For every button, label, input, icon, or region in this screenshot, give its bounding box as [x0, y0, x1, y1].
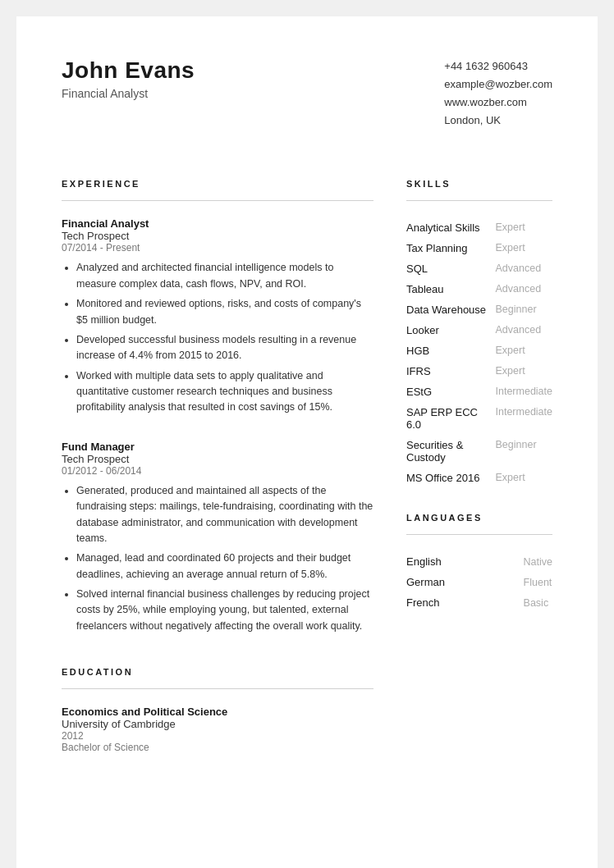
language-level-2: Basic [524, 592, 552, 613]
skill-level-5: Advanced [496, 320, 552, 340]
language-name-1: German [406, 572, 524, 592]
languages-section-title: LANGUAGES [406, 513, 552, 523]
experience-section: EXPERIENCE Financial Analyst Tech Prospe… [62, 179, 373, 634]
skill-name-2: SQL [406, 258, 496, 279]
bullet-1-4: Worked with multiple data sets to apply … [76, 368, 373, 416]
candidate-name: John Evans [62, 57, 195, 84]
skills-divider [406, 200, 552, 201]
bullet-1-1: Analyzed and architected financial intel… [76, 260, 373, 292]
header-contact: +44 1632 960643 example@wozber.com www.w… [444, 57, 552, 130]
skill-row-6: HGB Expert [406, 340, 552, 361]
languages-section: LANGUAGES English Native German Fluent F… [406, 513, 552, 613]
skills-table: Analytical Skills Expert Tax Planning Ex… [406, 217, 552, 488]
dates-2: 01/2012 - 06/2014 [62, 465, 373, 477]
skill-name-11: MS Office 2016 [406, 468, 496, 488]
language-level-0: Native [524, 551, 552, 572]
skill-level-4: Beginner [496, 299, 552, 320]
candidate-title: Financial Analyst [62, 87, 195, 100]
skill-level-2: Advanced [496, 258, 552, 279]
job-title-1: Financial Analyst [62, 217, 373, 230]
skill-name-8: EStG [406, 381, 496, 402]
skills-section: SKILLS Analytical Skills Expert Tax Plan… [406, 179, 552, 488]
skill-row-4: Data Warehouse Beginner [406, 299, 552, 320]
skill-row-0: Analytical Skills Expert [406, 217, 552, 238]
experience-item-2: Fund Manager Tech Prospect 01/2012 - 06/… [62, 441, 373, 634]
edu-type: Bachelor of Science [62, 742, 373, 753]
skill-name-1: Tax Planning [406, 238, 496, 258]
bullet-2-2: Managed, lead and coordinated 60 project… [76, 550, 373, 582]
right-column: SKILLS Analytical Skills Expert Tax Plan… [406, 179, 552, 753]
skill-level-9: Intermediate [496, 402, 552, 435]
skill-level-7: Expert [496, 361, 552, 381]
bullets-2: Generated, produced and maintained all a… [62, 483, 373, 634]
bullet-2-1: Generated, produced and maintained all a… [76, 483, 373, 547]
skill-level-10: Beginner [496, 435, 552, 468]
edu-university: University of Cambridge [62, 718, 373, 730]
education-section: EDUCATION Economics and Political Scienc… [62, 667, 373, 753]
skill-name-5: Looker [406, 320, 496, 340]
skill-level-1: Expert [496, 238, 552, 258]
skills-section-title: SKILLS [406, 179, 552, 189]
skill-name-4: Data Warehouse [406, 299, 496, 320]
skill-name-3: Tableau [406, 279, 496, 299]
skill-level-3: Advanced [496, 279, 552, 299]
contact-website: www.wozber.com [444, 94, 552, 112]
language-row-1: German Fluent [406, 572, 552, 592]
education-item-1: Economics and Political Science Universi… [62, 706, 373, 753]
skill-level-0: Expert [496, 217, 552, 238]
skill-name-7: IFRS [406, 361, 496, 381]
language-level-1: Fluent [524, 572, 552, 592]
bullets-1: Analyzed and architected financial intel… [62, 260, 373, 415]
skill-row-5: Looker Advanced [406, 320, 552, 340]
skill-row-9: SAP ERP ECC 6.0 Intermediate [406, 402, 552, 435]
skill-name-0: Analytical Skills [406, 217, 496, 238]
skill-name-6: HGB [406, 340, 496, 361]
main-content: EXPERIENCE Financial Analyst Tech Prospe… [62, 179, 552, 753]
languages-divider [406, 534, 552, 535]
skill-level-8: Intermediate [496, 381, 552, 402]
header: John Evans Financial Analyst +44 1632 96… [62, 57, 552, 130]
experience-divider [62, 200, 373, 201]
language-name-2: French [406, 592, 524, 613]
contact-email: example@wozber.com [444, 75, 552, 94]
bullet-1-2: Monitored and reviewed options, risks, a… [76, 296, 373, 328]
experience-section-title: EXPERIENCE [62, 179, 373, 189]
experience-item-1: Financial Analyst Tech Prospect 07/2014 … [62, 217, 373, 415]
company-1: Tech Prospect [62, 230, 373, 242]
contact-phone: +44 1632 960643 [444, 57, 552, 75]
skill-row-10: Securities & Custody Beginner [406, 435, 552, 468]
dates-1: 07/2014 - Present [62, 242, 373, 254]
skill-row-8: EStG Intermediate [406, 381, 552, 402]
contact-location: London, UK [444, 112, 552, 130]
bullet-2-3: Solved internal financial business chall… [76, 587, 373, 634]
edu-year: 2012 [62, 730, 373, 742]
edu-degree: Economics and Political Science [62, 706, 373, 718]
language-name-0: English [406, 551, 524, 572]
language-row-0: English Native [406, 551, 552, 572]
education-section-title: EDUCATION [62, 667, 373, 677]
skill-row-7: IFRS Expert [406, 361, 552, 381]
header-left: John Evans Financial Analyst [62, 57, 195, 100]
skill-row-1: Tax Planning Expert [406, 238, 552, 258]
skill-name-10: Securities & Custody [406, 435, 496, 468]
company-2: Tech Prospect [62, 453, 373, 465]
skill-level-6: Expert [496, 340, 552, 361]
skill-row-3: Tableau Advanced [406, 279, 552, 299]
education-divider [62, 688, 373, 689]
resume-page: John Evans Financial Analyst +44 1632 96… [16, 16, 598, 868]
skill-row-2: SQL Advanced [406, 258, 552, 279]
skill-row-11: MS Office 2016 Expert [406, 468, 552, 488]
skill-level-11: Expert [496, 468, 552, 488]
job-title-2: Fund Manager [62, 441, 373, 453]
language-row-2: French Basic [406, 592, 552, 613]
left-column: EXPERIENCE Financial Analyst Tech Prospe… [62, 179, 373, 753]
bullet-1-3: Developed successful business models res… [76, 332, 373, 364]
languages-table: English Native German Fluent French Basi… [406, 551, 552, 613]
skill-name-9: SAP ERP ECC 6.0 [406, 402, 496, 435]
